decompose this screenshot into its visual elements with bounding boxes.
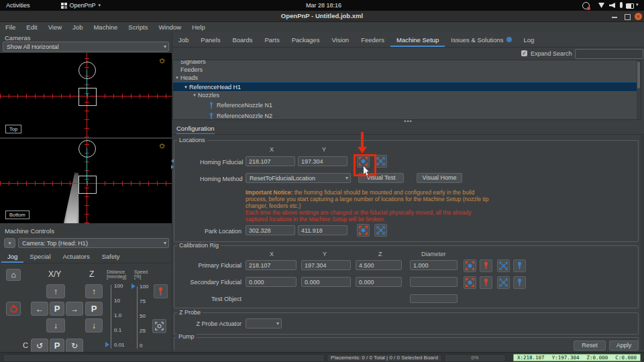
menu-help[interactable]: Help [186, 23, 211, 31]
wifi-icon[interactable] [598, 3, 604, 8]
expander-icon[interactable]: ▼ [174, 76, 180, 80]
jog-x-plus-button[interactable]: → [66, 302, 83, 316]
move-nozzle-to-location-button[interactable] [513, 259, 526, 272]
tree-item-nozzles[interactable]: ▼ Nozzles [173, 91, 641, 99]
tab-machine-setup[interactable]: Machine Setup [390, 33, 445, 47]
camera-view-bottom[interactable]: ☼ Bottom [0, 139, 172, 223]
panel-scrollbar[interactable] [641, 135, 644, 350]
tab-vision[interactable]: Vision [325, 33, 355, 47]
expander-icon[interactable]: ▼ [182, 85, 189, 89]
park-location-x-field[interactable]: 302.328 [246, 225, 295, 235]
capture-camera-location-button[interactable] [464, 276, 476, 289]
park-xy-button[interactable]: P [50, 302, 64, 316]
tree-item-feeders[interactable]: Feeders [173, 66, 641, 74]
maximize-button[interactable] [625, 14, 631, 20]
primary-fiducial-z-field[interactable]: 4.500 [356, 260, 402, 270]
power-button[interactable] [6, 302, 21, 316]
menu-job[interactable]: Job [67, 23, 88, 31]
tab-special[interactable]: Special [23, 251, 56, 263]
tab-feeders[interactable]: Feeders [355, 33, 390, 47]
distance-slider[interactable] [111, 285, 111, 349]
tab-log[interactable]: Log [518, 33, 541, 47]
move-camera-to-location-button[interactable] [497, 276, 510, 289]
clock[interactable]: Mar 28 18:16 [306, 2, 341, 9]
reset-button[interactable]: Reset [574, 341, 606, 351]
tree-item-referencenozzle-n1[interactable]: ReferenceNozzle N1 [173, 101, 641, 110]
jog-x-minus-button[interactable]: ← [31, 302, 48, 316]
tab-boards[interactable]: Boards [226, 33, 258, 47]
camera-view-top[interactable]: ☼ Top [0, 53, 172, 137]
tab-panels[interactable]: Panels [195, 33, 226, 47]
capture-camera-location-button[interactable] [357, 224, 370, 237]
secondary-fiducial-diameter-field[interactable] [410, 277, 458, 287]
primary-fiducial-diameter-field[interactable]: 1.000 [410, 260, 458, 270]
position-camera-button[interactable] [152, 319, 166, 333]
secondary-fiducial-y-field[interactable]: 0.000 [301, 277, 351, 287]
app-indicator[interactable]: OpenPnP ▾ [61, 2, 101, 9]
homing-fiducial-y-field[interactable]: 197.304 [298, 156, 347, 166]
expand-search-checkbox[interactable]: ✓ [521, 50, 527, 56]
capture-nozzle-location-button[interactable] [480, 276, 492, 289]
primary-fiducial-x-field[interactable]: 218.107 [246, 260, 297, 270]
capture-nozzle-location-button[interactable] [480, 259, 492, 272]
visual-home-button[interactable]: Visual Home [417, 173, 462, 183]
home-button[interactable]: ⌂ [6, 269, 21, 281]
move-camera-to-location-button[interactable] [374, 224, 387, 237]
tab-actuators[interactable]: Actuators [57, 251, 96, 263]
tree-scrollbar[interactable] [637, 60, 641, 119]
tab-parts[interactable]: Parts [259, 33, 286, 47]
primary-fiducial-y-field[interactable]: 197.304 [301, 260, 351, 270]
menu-file[interactable]: File [0, 23, 21, 31]
search-input[interactable] [575, 49, 643, 59]
homing-method-select[interactable]: ResetToFiducialLocation ▾ [246, 173, 351, 183]
menu-machine[interactable]: Machine [88, 23, 123, 31]
secondary-fiducial-z-field[interactable]: 0.000 [356, 277, 402, 287]
park-location-y-field[interactable]: 411.918 [298, 225, 347, 235]
tab-configuration[interactable]: Configuration [176, 125, 215, 135]
jog-c-ccw-button[interactable]: ↺ [31, 339, 48, 353]
secondary-fiducial-x-field[interactable]: 0.000 [246, 277, 297, 287]
capture-camera-location-button[interactable] [464, 259, 476, 272]
tree-item-referencehead-h1[interactable]: ▼ ReferenceHead H1 [173, 82, 641, 92]
camera-layout-select[interactable]: Show All Horizontal ▾ [3, 42, 169, 52]
jog-c-cw-button[interactable]: ↻ [66, 339, 83, 353]
speed-slider[interactable] [137, 286, 138, 349]
homing-fiducial-x-field[interactable]: 218.107 [246, 156, 295, 166]
splitter-expand-icon[interactable] [171, 165, 174, 169]
volume-icon[interactable] [609, 3, 615, 8]
tree-item-signalers[interactable]: Signalers [173, 60, 641, 66]
jog-target-select[interactable]: Camera: Top (Head: H1) ▾ [18, 238, 169, 248]
menu-scripts[interactable]: Scripts [123, 23, 153, 31]
brightness-sun-icon[interactable]: ☼ [158, 54, 166, 65]
test-object-diameter-field[interactable] [410, 294, 458, 303]
jog-z-minus-button[interactable]: ↓ [85, 318, 103, 333]
menu-edit[interactable]: Edit [21, 23, 42, 31]
expander-icon[interactable]: ▼ [191, 93, 198, 97]
minimize-button[interactable] [612, 17, 617, 18]
tab-job[interactable]: Job [172, 33, 195, 47]
move-nozzle-to-location-button[interactable] [513, 276, 526, 289]
distance-slider-thumb[interactable] [105, 342, 109, 347]
activities-button[interactable]: Activities [6, 2, 30, 9]
head-select-button[interactable]: ▾ [4, 238, 15, 248]
position-nozzle-button[interactable] [154, 284, 168, 298]
park-z-button[interactable]: P [85, 302, 103, 316]
splitter-horizontal[interactable]: ••• [172, 119, 644, 124]
notification-clock-icon[interactable] [582, 2, 590, 9]
jog-z-plus-button[interactable]: ↑ [85, 284, 103, 298]
splitter-vertical[interactable] [170, 154, 174, 173]
menu-view[interactable]: View [43, 23, 67, 31]
jog-y-plus-button[interactable]: ↑ [46, 284, 65, 298]
park-c-button[interactable]: P [50, 339, 64, 353]
tab-safety[interactable]: Safety [96, 251, 126, 263]
battery-icon[interactable] [626, 3, 634, 9]
close-button[interactable]: ✕ [635, 13, 642, 20]
system-menu-chevron-icon[interactable]: ▾ [636, 2, 639, 7]
tab-packages[interactable]: Packages [286, 33, 326, 47]
jog-y-minus-button[interactable]: ↓ [46, 318, 65, 333]
brightness-sun-icon[interactable]: ☼ [158, 139, 166, 150]
z-probe-actuator-select[interactable]: ▾ [246, 318, 282, 328]
microphone-icon[interactable] [620, 2, 623, 8]
speed-slider-thumb[interactable] [131, 284, 136, 289]
tree-item-heads[interactable]: ▼ Heads [173, 74, 641, 82]
